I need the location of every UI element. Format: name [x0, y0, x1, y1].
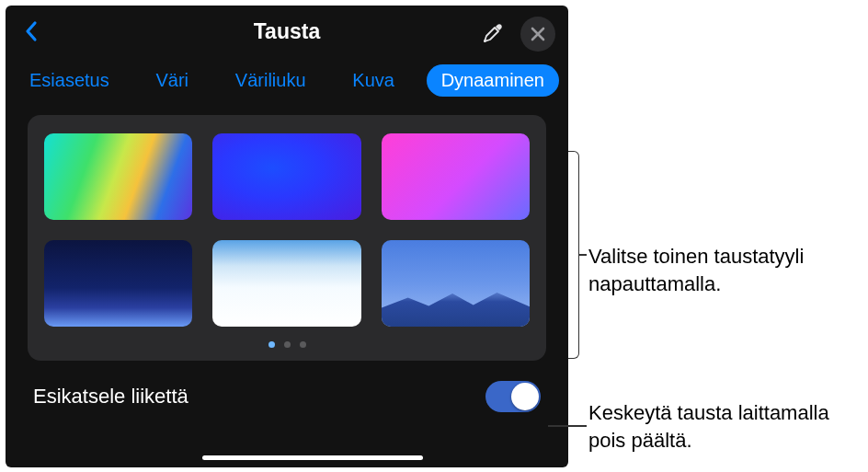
- eyedropper-icon: [482, 22, 504, 44]
- page-indicator[interactable]: [44, 341, 530, 348]
- swatch-sky-white[interactable]: [212, 240, 360, 327]
- page-dot-1[interactable]: [268, 341, 275, 348]
- close-icon: [531, 27, 545, 41]
- tab-dynamic[interactable]: Dynaaminen: [427, 64, 559, 97]
- preview-motion-toggle[interactable]: [485, 381, 541, 412]
- page-dot-3[interactable]: [300, 341, 306, 348]
- callout-bracket-swatches: [568, 151, 579, 359]
- tab-bar: Esiasetus Väri Väriliuku Kuva Dynaaminen: [6, 57, 568, 109]
- swatch-grid: [44, 133, 530, 327]
- preview-motion-label: Esikatsele liikettä: [33, 385, 188, 409]
- swatch-deep-night[interactable]: [44, 240, 192, 327]
- background-panel: Tausta Esiasetus Väri Väriliuku Kuva Dyn…: [6, 6, 568, 467]
- preview-motion-row: Esikatsele liikettä: [6, 361, 568, 412]
- eyedropper-button[interactable]: [478, 18, 508, 48]
- back-button[interactable]: [18, 18, 44, 44]
- panel-title: Tausta: [254, 19, 320, 44]
- toggle-knob: [511, 383, 539, 410]
- callout-leader-1: [579, 254, 587, 256]
- svg-point-0: [484, 40, 486, 42]
- callout-leader-2: [548, 425, 587, 427]
- swatch-magenta-purple[interactable]: [382, 133, 530, 220]
- close-button[interactable]: [520, 17, 555, 52]
- callout-choose-style: Valitse toinen taustatyyli napauttamalla…: [588, 243, 855, 297]
- page-dot-2[interactable]: [284, 341, 291, 348]
- callout-pause-motion: Keskeytä tausta laittamalla pois päältä.: [588, 399, 864, 454]
- tab-image[interactable]: Kuva: [337, 64, 409, 97]
- tab-preset[interactable]: Esiasetus: [15, 64, 124, 97]
- swatch-blue-mountains[interactable]: [382, 240, 530, 327]
- tab-color[interactable]: Väri: [141, 64, 203, 97]
- panel-header: Tausta: [6, 6, 568, 57]
- swatch-blue-radial[interactable]: [212, 133, 360, 220]
- chevron-left-icon: [24, 20, 39, 42]
- tab-gradient[interactable]: Väriliuku: [221, 64, 321, 97]
- swatch-area: [28, 115, 546, 361]
- swatch-rainbow-gradient[interactable]: [44, 133, 192, 220]
- home-indicator: [202, 455, 423, 460]
